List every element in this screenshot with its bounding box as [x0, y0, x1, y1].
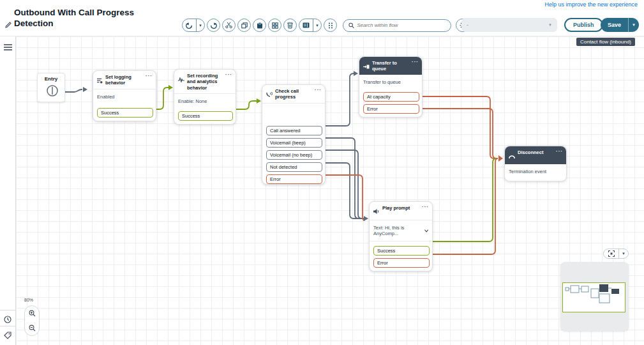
save-menu-caret[interactable]: ▼ — [628, 18, 639, 32]
title-wrap: Outbound With Call Progress Detection — [14, 8, 161, 29]
fit-view-button[interactable] — [604, 249, 618, 258]
rail-divider — [0, 310, 16, 310]
tag-icon[interactable] — [4, 330, 11, 342]
entry-node[interactable]: Entry — [37, 73, 65, 102]
block-body-text: Transfer to queue — [359, 75, 422, 89]
minimap[interactable] — [560, 262, 629, 331]
minimap-menu-caret[interactable]: ▼ — [618, 249, 628, 258]
rail-divider — [0, 326, 16, 326]
block-title: Check call progress — [275, 88, 312, 100]
block-body-text: Enabled — [93, 89, 156, 104]
call-progress-icon — [266, 89, 273, 100]
port-voicemail-no-beep[interactable]: Voicemail (no beep) — [266, 150, 322, 160]
panel-toggle-control: ▼ — [299, 19, 322, 32]
block-check-call-progress-header[interactable]: Check call progress ··· — [262, 85, 325, 103]
block-title: Disconnect — [518, 150, 553, 155]
history-clock-icon[interactable] — [4, 314, 11, 326]
version-select-value: - — [467, 22, 468, 28]
hamburger-menu-icon[interactable] — [4, 42, 12, 53]
block-set-logging[interactable]: Set logging behavior ··· Enabled Success — [93, 70, 156, 121]
port-success[interactable]: Success — [373, 246, 430, 256]
port-call-answered[interactable]: Call answered — [266, 126, 322, 135]
port-error[interactable]: Error — [363, 104, 419, 114]
flow-search — [343, 19, 451, 32]
version-select[interactable]: - ▼ — [461, 18, 557, 32]
block-menu-button[interactable]: ··· — [146, 74, 153, 78]
port-voicemail-beep[interactable]: Voicemail (beep) — [266, 138, 322, 148]
page-title: Outbound With Call Progress Detection — [14, 8, 161, 29]
port-success[interactable]: Success — [178, 111, 233, 121]
port-at-capacity[interactable]: At capacity — [363, 92, 419, 102]
redo-button[interactable] — [207, 19, 220, 32]
panel-toggle-button[interactable] — [299, 19, 313, 31]
block-menu-button[interactable]: ··· — [225, 73, 232, 77]
block-disconnect-header[interactable]: Disconnect ··· — [505, 146, 566, 164]
block-title: Transfer to queue — [372, 60, 409, 72]
transfer-queue-icon — [363, 61, 370, 72]
zoom-level-label: 80% — [24, 298, 33, 302]
undo-menu-caret[interactable]: ▼ — [196, 19, 204, 31]
block-set-recording[interactable]: Set recording and analytics behavior ···… — [174, 69, 236, 125]
block-play-prompt[interactable]: Play prompt ··· Text: Hi, this is AnyCom… — [369, 201, 433, 272]
block-body-text: Termination event — [505, 164, 566, 179]
prompt-text-row[interactable]: Text: Hi, this is AnyComp... — [370, 220, 432, 241]
block-body-text: Enable: None — [174, 94, 236, 109]
delete-trash-button[interactable] — [283, 19, 297, 32]
port-error[interactable]: Error — [373, 258, 430, 268]
minimap-content — [563, 283, 624, 311]
block-transfer-to-queue-header[interactable]: Transfer to queue ··· — [359, 57, 422, 75]
zoom-out-button[interactable] — [29, 325, 36, 332]
minimap-viewport[interactable] — [562, 282, 625, 312]
block-disconnect[interactable]: Disconnect ··· Termination event — [504, 146, 567, 181]
left-rail — [0, 36, 16, 345]
paste-button[interactable] — [253, 19, 266, 32]
panel-menu-caret[interactable]: ▼ — [313, 19, 321, 31]
port-not-detected[interactable]: Not detected — [266, 162, 322, 172]
entry-label: Entry — [38, 76, 64, 82]
block-set-recording-header[interactable]: Set recording and analytics behavior ··· — [174, 70, 236, 94]
search-input[interactable] — [357, 22, 446, 28]
zoom-in-button[interactable] — [29, 310, 36, 317]
speaker-icon — [373, 206, 380, 217]
block-title: Set recording and analytics behavior — [187, 73, 223, 91]
block-title: Set logging behavior — [105, 74, 143, 86]
save-control: Save ▼ — [601, 18, 639, 32]
app-header: Help us improve the new experience Outbo… — [0, 0, 644, 36]
port-error[interactable]: Error — [266, 174, 322, 184]
prompt-text: Text: Hi, this is AnyComp... — [373, 225, 424, 236]
flow-type-badge: Contact flow (inbound) — [576, 38, 635, 46]
block-menu-button[interactable]: ··· — [556, 150, 563, 153]
arrange-grid-button[interactable] — [268, 19, 281, 32]
save-button[interactable]: Save — [601, 18, 628, 32]
disconnect-phone-icon — [509, 150, 515, 162]
expand-chevron-icon[interactable] — [424, 229, 428, 233]
block-title: Play prompt — [382, 205, 419, 211]
publish-button[interactable]: Publish — [564, 18, 603, 32]
search-icon — [348, 22, 354, 29]
drag-handle-button[interactable] — [324, 19, 337, 32]
entry-point-icon — [43, 82, 59, 99]
cut-scissors-button[interactable] — [222, 19, 236, 32]
undo-control: ▼ — [182, 19, 205, 32]
zoom-controls — [24, 305, 40, 336]
version-select-caret-icon: ▼ — [548, 23, 552, 27]
block-set-logging-header[interactable]: Set logging behavior ··· — [93, 71, 156, 89]
toolbar: ▼ ▼ — [182, 19, 479, 32]
block-menu-button[interactable]: ··· — [412, 60, 419, 64]
undo-button[interactable] — [183, 19, 196, 31]
block-check-call-progress[interactable]: Check call progress ··· Call answered Vo… — [262, 84, 326, 185]
port-success[interactable]: Success — [97, 108, 153, 118]
set-logging-icon — [97, 75, 103, 86]
block-menu-button[interactable]: ··· — [315, 88, 322, 92]
analytics-icon — [178, 73, 184, 85]
copy-button[interactable] — [237, 19, 251, 32]
fit-view-control: ▼ — [603, 249, 629, 259]
block-transfer-to-queue[interactable]: Transfer to queue ··· Transfer to queue … — [359, 56, 423, 118]
help-link[interactable]: Help us improve the new experience — [544, 1, 638, 8]
edit-title-pencil-icon[interactable] — [5, 19, 11, 31]
block-menu-button[interactable]: ··· — [422, 205, 429, 209]
block-play-prompt-header[interactable]: Play prompt ··· — [370, 202, 432, 220]
